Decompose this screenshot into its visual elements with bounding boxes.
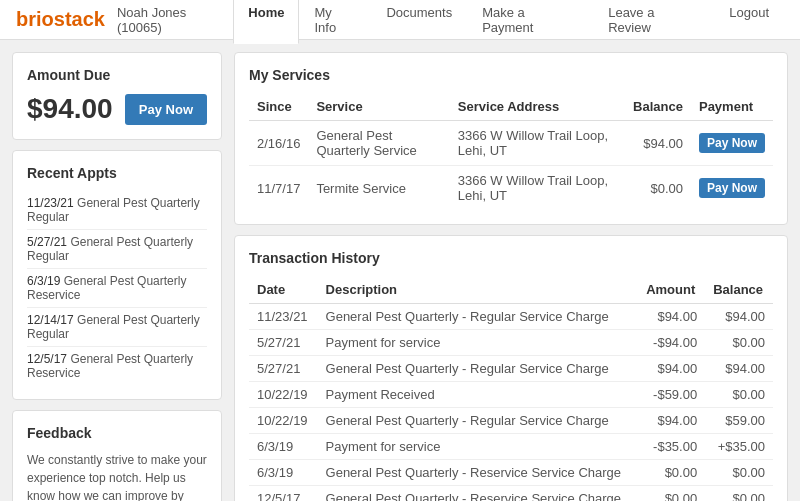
tx-row: 5/27/21 Payment for service -$94.00 $0.0…: [249, 330, 773, 356]
tx-tbody: 11/23/21 General Pest Quarterly - Regula…: [249, 304, 773, 502]
tx-cell-amount: $0.00: [638, 486, 705, 502]
appt-item: 12/5/17 General Pest Quarterly Reservice: [27, 347, 207, 385]
services-cell-service: General Pest Quarterly Service: [308, 121, 449, 166]
nav-item-home[interactable]: Home: [233, 0, 299, 44]
tx-row: 6/3/19 Payment for service -$35.00 +$35.…: [249, 434, 773, 460]
tx-cell-amount: $94.00: [638, 356, 705, 382]
tx-cell-description: General Pest Quarterly - Regular Service…: [318, 304, 639, 330]
pay-now-button[interactable]: Pay Now: [125, 94, 207, 125]
services-row: 2/16/16 General Pest Quarterly Service 3…: [249, 121, 773, 166]
appt-date: 12/14/17: [27, 313, 74, 327]
tx-row: 6/3/19 General Pest Quarterly - Reservic…: [249, 460, 773, 486]
transaction-table: Date Description Amount Balance 11/23/21…: [249, 276, 773, 501]
tx-cell-description: Payment for service: [318, 330, 639, 356]
logo: briostack: [16, 8, 105, 31]
user-name: Noah Jones (10065): [117, 5, 233, 35]
tx-col-amount: Amount: [638, 276, 705, 304]
nav: HomeMy InfoDocumentsMake a PaymentLeave …: [233, 0, 784, 44]
services-cell-since: 11/7/17: [249, 166, 308, 211]
services-tbody: 2/16/16 General Pest Quarterly Service 3…: [249, 121, 773, 211]
tx-cell-description: General Pest Quarterly - Reservice Servi…: [318, 486, 639, 502]
amount-due-title: Amount Due: [27, 67, 207, 83]
tx-cell-amount: $0.00: [638, 460, 705, 486]
services-pay-button[interactable]: Pay Now: [699, 133, 765, 153]
tx-cell-description: General Pest Quarterly - Regular Service…: [318, 356, 639, 382]
tx-cell-date: 6/3/19: [249, 434, 318, 460]
transaction-history-card: Transaction History Date Description Amo…: [234, 235, 788, 501]
nav-item-logout[interactable]: Logout: [714, 0, 784, 44]
services-cell-address: 3366 W Willow Trail Loop, Lehi, UT: [450, 166, 625, 211]
feedback-title: Feedback: [27, 425, 207, 441]
tx-cell-balance: $0.00: [705, 330, 773, 356]
appts-list: 11/23/21 General Pest Quarterly Regular5…: [27, 191, 207, 385]
appt-item: 5/27/21 General Pest Quarterly Regular: [27, 230, 207, 269]
tx-cell-balance: $0.00: [705, 486, 773, 502]
tx-row: 12/5/17 General Pest Quarterly - Reservi…: [249, 486, 773, 502]
tx-col-balance: Balance: [705, 276, 773, 304]
services-cell-balance: $94.00: [625, 121, 691, 166]
tx-cell-amount: $94.00: [638, 408, 705, 434]
nav-item-my-info[interactable]: My Info: [299, 0, 371, 44]
my-services-title: My Services: [249, 67, 773, 83]
services-col-service: Service: [308, 93, 449, 121]
nav-item-documents[interactable]: Documents: [371, 0, 467, 44]
tx-cell-date: 5/27/21: [249, 356, 318, 382]
tx-cell-amount: -$35.00: [638, 434, 705, 460]
left-panel: Amount Due $94.00 Pay Now Recent Appts 1…: [12, 52, 222, 501]
tx-cell-date: 10/22/19: [249, 382, 318, 408]
tx-cell-description: General Pest Quarterly - Reservice Servi…: [318, 460, 639, 486]
header: briostack Noah Jones (10065) HomeMy Info…: [0, 0, 800, 40]
tx-cell-amount: -$59.00: [638, 382, 705, 408]
amount-due-row: $94.00 Pay Now: [27, 93, 207, 125]
tx-cell-amount: $94.00: [638, 304, 705, 330]
services-row: 11/7/17 Termite Service 3366 W Willow Tr…: [249, 166, 773, 211]
services-cell-since: 2/16/16: [249, 121, 308, 166]
tx-cell-balance: $59.00: [705, 408, 773, 434]
services-col-payment: Payment: [691, 93, 773, 121]
tx-cell-description: Payment Received: [318, 382, 639, 408]
nav-item-leave-a-review[interactable]: Leave a Review: [593, 0, 714, 44]
tx-header-row: Date Description Amount Balance: [249, 276, 773, 304]
appt-item: 12/14/17 General Pest Quarterly Regular: [27, 308, 207, 347]
tx-cell-amount: -$94.00: [638, 330, 705, 356]
right-panel: My Services Since Service Service Addres…: [234, 52, 788, 501]
appt-date: 6/3/19: [27, 274, 60, 288]
appt-item: 11/23/21 General Pest Quarterly Regular: [27, 191, 207, 230]
appt-date: 11/23/21: [27, 196, 74, 210]
header-left: briostack Noah Jones (10065): [16, 5, 233, 35]
services-cell-payment: Pay Now: [691, 166, 773, 211]
appt-date: 5/27/21: [27, 235, 67, 249]
services-col-address: Service Address: [450, 93, 625, 121]
tx-cell-date: 12/5/17: [249, 486, 318, 502]
tx-cell-date: 5/27/21: [249, 330, 318, 356]
appt-date: 12/5/17: [27, 352, 67, 366]
tx-cell-balance: +$35.00: [705, 434, 773, 460]
feedback-card: Feedback We constantly strive to make yo…: [12, 410, 222, 501]
main-content: Amount Due $94.00 Pay Now Recent Appts 1…: [0, 40, 800, 501]
services-cell-address: 3366 W Willow Trail Loop, Lehi, UT: [450, 121, 625, 166]
transaction-history-title: Transaction History: [249, 250, 773, 266]
services-cell-service: Termite Service: [308, 166, 449, 211]
services-table: Since Service Service Address Balance Pa…: [249, 93, 773, 210]
services-cell-balance: $0.00: [625, 166, 691, 211]
feedback-text: We constantly strive to make your experi…: [27, 451, 207, 501]
recent-appts-card: Recent Appts 11/23/21 General Pest Quart…: [12, 150, 222, 400]
nav-item-make-a-payment[interactable]: Make a Payment: [467, 0, 593, 44]
tx-row: 10/22/19 Payment Received -$59.00 $0.00: [249, 382, 773, 408]
tx-cell-balance: $94.00: [705, 304, 773, 330]
tx-cell-date: 10/22/19: [249, 408, 318, 434]
tx-cell-description: General Pest Quarterly - Regular Service…: [318, 408, 639, 434]
tx-row: 10/22/19 General Pest Quarterly - Regula…: [249, 408, 773, 434]
appt-item: 6/3/19 General Pest Quarterly Reservice: [27, 269, 207, 308]
services-pay-button[interactable]: Pay Now: [699, 178, 765, 198]
tx-cell-balance: $0.00: [705, 382, 773, 408]
tx-row: 11/23/21 General Pest Quarterly - Regula…: [249, 304, 773, 330]
tx-cell-date: 11/23/21: [249, 304, 318, 330]
amount-value: $94.00: [27, 93, 113, 125]
my-services-card: My Services Since Service Service Addres…: [234, 52, 788, 225]
tx-cell-date: 6/3/19: [249, 460, 318, 486]
tx-col-description: Description: [318, 276, 639, 304]
services-header-row: Since Service Service Address Balance Pa…: [249, 93, 773, 121]
services-col-balance: Balance: [625, 93, 691, 121]
tx-row: 5/27/21 General Pest Quarterly - Regular…: [249, 356, 773, 382]
